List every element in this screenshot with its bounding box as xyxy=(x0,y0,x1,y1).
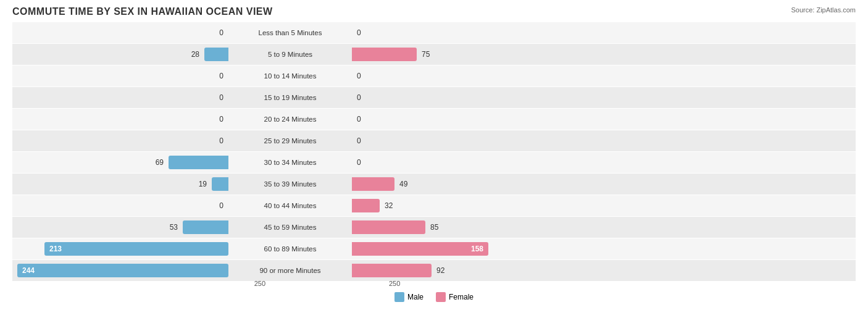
row-label: 25 to 29 Minutes xyxy=(228,137,352,145)
legend-male-box xyxy=(394,292,404,302)
male-value: 69 xyxy=(131,158,169,167)
table-row: 015 to 19 Minutes0 xyxy=(12,87,856,108)
right-bar-area: 32 xyxy=(352,199,568,212)
male-value: 28 xyxy=(167,50,204,59)
male-bar xyxy=(183,220,228,234)
female-bar xyxy=(352,199,380,212)
female-value: 0 xyxy=(352,28,389,37)
female-bar: 158 xyxy=(352,242,488,256)
male-value: 0 xyxy=(191,93,228,102)
row-label: 35 to 39 Minutes xyxy=(228,180,352,188)
male-value: 19 xyxy=(175,180,212,188)
table-row: 020 to 24 Minutes0 xyxy=(12,109,856,130)
male-value: 0 xyxy=(191,28,228,37)
male-bar xyxy=(169,156,228,169)
table-row: 21360 to 89 Minutes158 xyxy=(12,238,856,259)
legend-male-label: Male xyxy=(407,293,424,301)
male-value: 0 xyxy=(191,136,228,145)
source-text: Source: ZipAtlas.com xyxy=(791,6,856,14)
left-bar-area: 0 xyxy=(12,134,228,148)
row-label: 45 to 59 Minutes xyxy=(228,224,352,231)
table-row: 025 to 29 Minutes0 xyxy=(12,130,856,151)
row-label: 20 to 24 Minutes xyxy=(228,115,352,123)
right-bar-area: 85 xyxy=(352,220,568,234)
right-bar-area: 0 xyxy=(352,26,568,40)
table-row: 040 to 44 Minutes32 xyxy=(12,195,856,216)
male-value: 0 xyxy=(191,72,228,80)
left-bar-area: 244 xyxy=(12,264,228,277)
left-bar-area: 19 xyxy=(12,177,228,191)
left-bar-area: 69 xyxy=(12,156,228,169)
female-value: 85 xyxy=(425,223,462,232)
right-bar-area: 0 xyxy=(352,112,568,126)
table-row: 24490 or more Minutes92 xyxy=(12,260,856,281)
left-bar-area: 213 xyxy=(12,242,228,256)
right-bar-area: 0 xyxy=(352,156,568,169)
female-value: 92 xyxy=(432,266,469,275)
right-bar-area: 0 xyxy=(352,69,568,83)
female-value: 32 xyxy=(380,201,417,210)
row-label: 30 to 34 Minutes xyxy=(228,159,352,166)
row-label: 90 or more Minutes xyxy=(228,267,352,274)
legend-female-box xyxy=(436,292,446,302)
legend-male: Male xyxy=(394,292,424,302)
right-bar-area: 75 xyxy=(352,48,568,61)
female-value: 49 xyxy=(394,180,432,188)
table-row: 1935 to 39 Minutes49 xyxy=(12,174,856,195)
row-label: 10 to 14 Minutes xyxy=(228,72,352,80)
female-value: 0 xyxy=(352,72,389,80)
right-bar-area: 0 xyxy=(352,134,568,148)
female-value: 75 xyxy=(417,50,454,59)
male-value: 0 xyxy=(191,201,228,210)
right-bar-area: 49 xyxy=(352,177,568,191)
row-label: 40 to 44 Minutes xyxy=(228,202,352,209)
chart-title: COMMUTE TIME BY SEX IN HAWAIIAN OCEAN VI… xyxy=(12,6,856,17)
legend: Male Female xyxy=(12,292,856,302)
table-row: 6930 to 34 Minutes0 xyxy=(12,152,856,173)
left-bar-area: 0 xyxy=(12,69,228,83)
right-bar-area: 92 xyxy=(352,264,568,277)
chart-area: 0Less than 5 Minutes0285 to 9 Minutes750… xyxy=(12,22,856,277)
right-bar-area: 0 xyxy=(352,91,568,104)
chart-container: COMMUTE TIME BY SEX IN HAWAIIAN OCEAN VI… xyxy=(0,0,868,323)
left-bar-area: 0 xyxy=(12,26,228,40)
legend-female: Female xyxy=(436,292,474,302)
female-bar xyxy=(352,220,425,234)
female-bar xyxy=(352,264,432,277)
row-label: Less than 5 Minutes xyxy=(228,29,352,36)
female-value: 0 xyxy=(352,93,389,102)
female-bar xyxy=(352,177,394,191)
left-bar-area: 0 xyxy=(12,199,228,212)
female-bar xyxy=(352,48,417,61)
right-bar-area: 158 xyxy=(352,242,568,256)
left-bar-area: 28 xyxy=(12,48,228,61)
male-value: 0 xyxy=(191,115,228,124)
table-row: 285 to 9 Minutes75 xyxy=(12,44,856,65)
table-row: 5345 to 59 Minutes85 xyxy=(12,217,856,238)
female-value: 0 xyxy=(352,115,389,124)
left-bar-area: 0 xyxy=(12,91,228,104)
female-value: 0 xyxy=(352,158,389,167)
row-label: 15 to 19 Minutes xyxy=(228,94,352,101)
female-value: 0 xyxy=(352,136,389,145)
row-label: 60 to 89 Minutes xyxy=(228,245,352,253)
table-row: 0Less than 5 Minutes0 xyxy=(12,22,856,43)
male-bar: 244 xyxy=(17,264,228,277)
legend-female-label: Female xyxy=(449,293,474,301)
male-value: 53 xyxy=(146,223,183,232)
left-bar-area: 0 xyxy=(12,112,228,126)
left-bar-area: 53 xyxy=(12,220,228,234)
male-bar xyxy=(212,177,228,191)
table-row: 010 to 14 Minutes0 xyxy=(12,65,856,86)
row-label: 5 to 9 Minutes xyxy=(228,51,352,58)
male-bar: 213 xyxy=(44,242,228,256)
male-bar xyxy=(204,48,228,61)
